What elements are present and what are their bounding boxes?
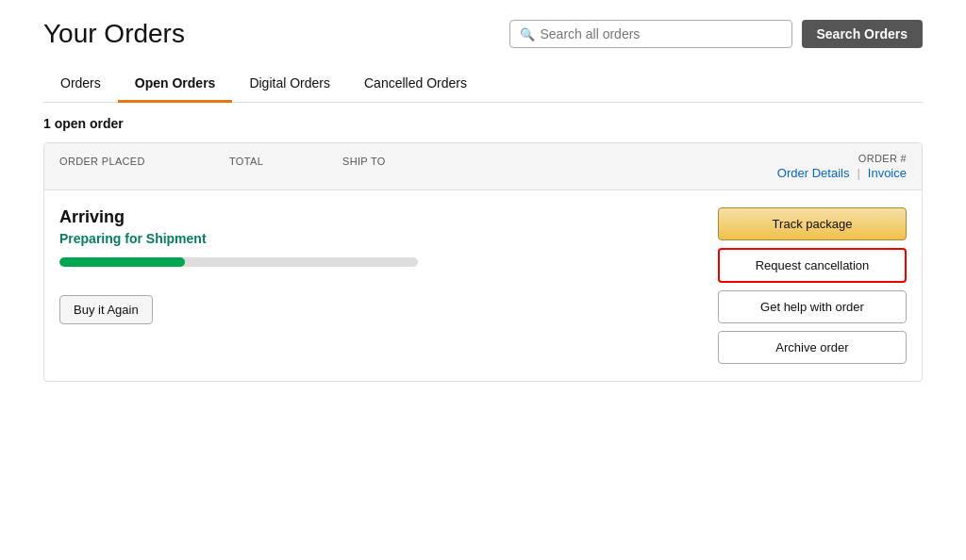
ship-to-header: SHIP TO (342, 156, 386, 167)
search-box: 🔍 (509, 20, 792, 48)
order-placed-header: ORDER PLACED (59, 156, 145, 167)
tab-cancelled-orders[interactable]: Cancelled Orders (347, 66, 484, 103)
tabs-nav: Orders Open Orders Digital Orders Cancel… (43, 66, 923, 103)
progress-bar (59, 257, 418, 267)
progress-bar-fill (59, 257, 185, 267)
tab-open-orders[interactable]: Open Orders (118, 66, 233, 103)
page-title: Your Orders (43, 19, 185, 49)
order-body: Arriving Preparing for Shipment Buy it A… (44, 190, 922, 381)
status-label: Preparing for Shipment (59, 231, 718, 246)
order-left: Arriving Preparing for Shipment Buy it A… (59, 207, 718, 364)
archive-order-button[interactable]: Archive order (718, 331, 907, 364)
search-area: 🔍 Search Orders (509, 20, 924, 48)
total-header: TOTAL (229, 156, 263, 167)
get-help-button[interactable]: Get help with order (718, 290, 907, 323)
tab-orders[interactable]: Orders (43, 66, 118, 103)
col-total: TOTAL (229, 153, 342, 168)
request-cancellation-button[interactable]: Request cancellation (718, 248, 907, 283)
col-order-placed: ORDER PLACED (59, 153, 229, 168)
link-divider: | (857, 166, 859, 180)
order-card-header: ORDER PLACED TOTAL SHIP TO ORDER # Order… (44, 143, 922, 190)
buy-again-button[interactable]: Buy it Again (59, 295, 153, 324)
col-order-num: ORDER # Order Details | Invoice (475, 153, 907, 180)
order-count: 1 open order (43, 116, 923, 131)
order-details-link[interactable]: Order Details (777, 166, 850, 180)
order-num-header: ORDER # (858, 153, 907, 164)
tab-digital-orders[interactable]: Digital Orders (232, 66, 347, 103)
page-header: Your Orders 🔍 Search Orders (43, 19, 923, 49)
order-card: ORDER PLACED TOTAL SHIP TO ORDER # Order… (43, 142, 923, 382)
track-package-button[interactable]: Track package (718, 207, 907, 240)
order-links: Order Details | Invoice (777, 166, 907, 180)
search-input[interactable] (541, 26, 782, 41)
invoice-link[interactable]: Invoice (868, 166, 907, 180)
search-orders-button[interactable]: Search Orders (802, 20, 924, 48)
search-icon: 🔍 (520, 27, 535, 41)
arriving-label: Arriving (59, 207, 718, 227)
order-right: Track package Request cancellation Get h… (718, 207, 907, 364)
col-ship-to: SHIP TO (342, 153, 475, 168)
